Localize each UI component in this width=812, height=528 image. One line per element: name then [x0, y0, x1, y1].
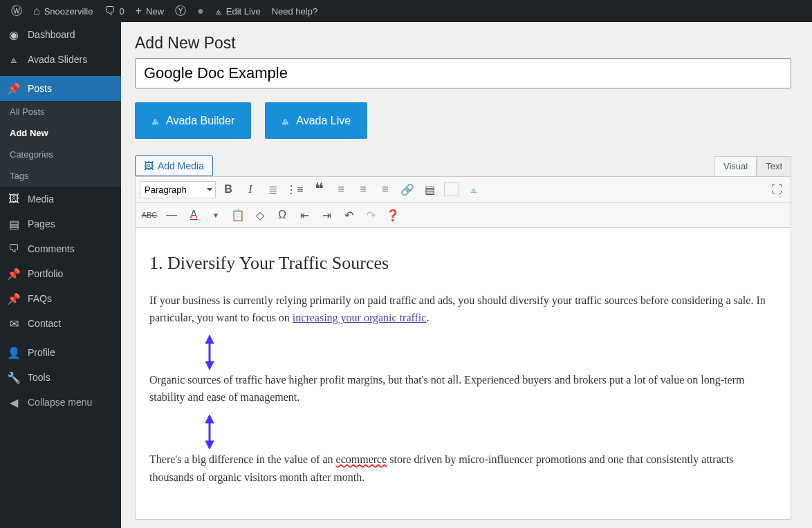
- sidebar-sub-all-posts[interactable]: All Posts: [0, 101, 121, 122]
- avada-element-button[interactable]: ⟁: [464, 180, 483, 199]
- blockquote-button[interactable]: ❝: [307, 180, 326, 199]
- media-icon: 🖼: [7, 192, 21, 206]
- svg-marker-3: [205, 415, 214, 423]
- paste-text-button[interactable]: 📋: [228, 205, 248, 225]
- spacing-arrow-icon: [203, 335, 216, 370]
- site-name: Snoozerville: [44, 6, 93, 17]
- need-help-link[interactable]: Need help?: [266, 0, 324, 22]
- sidebar-item-tools[interactable]: 🔧Tools: [0, 365, 121, 390]
- builder-buttons-row: ⟁Avada Builder ⟁Avada Live: [135, 102, 791, 139]
- wrench-icon: 🔧: [7, 370, 21, 384]
- content-area: Add New Post ⟁Avada Builder ⟁Avada Live …: [121, 22, 805, 528]
- paragraph-3: There's a big difference in the value of…: [149, 451, 777, 486]
- page-title: Add New Post: [135, 28, 791, 58]
- undo-button[interactable]: ↶: [339, 205, 358, 225]
- number-list-button[interactable]: ⋮≡: [285, 180, 304, 199]
- editor-tabs: Visual Text: [714, 156, 791, 176]
- sidebar-item-portfolio[interactable]: 📌Portfolio: [0, 261, 121, 286]
- editor-body[interactable]: 1. Diversify Your Traffic Sources If you…: [135, 228, 791, 520]
- editor-top: 🖼Add Media Visual Text: [135, 155, 791, 176]
- sidebar-sub-categories[interactable]: Categories: [0, 144, 121, 165]
- organic-traffic-link[interactable]: increasing your organic traffic: [293, 312, 427, 323]
- hr-button[interactable]: —: [162, 205, 181, 225]
- help-button[interactable]: ❓: [383, 205, 403, 225]
- new-label: New: [146, 6, 164, 17]
- collapse-icon: ◀: [7, 395, 21, 409]
- sidebar-item-avada-sliders[interactable]: ⟁Avada Sliders: [0, 47, 121, 72]
- need-help-label: Need help?: [272, 6, 318, 17]
- italic-button[interactable]: I: [241, 180, 260, 199]
- pages-icon: ▤: [7, 217, 21, 231]
- site-name-link[interactable]: ⌂Snoozerville: [28, 0, 99, 22]
- text-color-button[interactable]: [442, 180, 461, 199]
- paragraph-select[interactable]: Paragraph: [140, 181, 216, 198]
- sidebar-item-profile[interactable]: 👤Profile: [0, 340, 121, 365]
- home-icon: ⌂: [33, 5, 40, 17]
- special-char-button[interactable]: Ω: [273, 205, 292, 225]
- align-left-button[interactable]: ≡: [331, 180, 351, 199]
- comment-icon: 🗨: [104, 5, 116, 17]
- user-icon: 👤: [7, 346, 21, 359]
- portfolio-icon: 📌: [7, 267, 21, 281]
- new-content-link[interactable]: +New: [130, 0, 169, 22]
- yoast-icon: Ⓨ: [175, 4, 186, 19]
- admin-sidebar: ◉Dashboard ⟁Avada Sliders 📌Posts All Pos…: [0, 22, 121, 528]
- faqs-icon: 📌: [7, 292, 21, 305]
- sidebar-item-posts[interactable]: 📌Posts: [0, 76, 121, 101]
- wordpress-icon: ⓦ: [11, 4, 22, 19]
- bullet-list-button[interactable]: ≣: [263, 180, 282, 199]
- comments-count: 0: [120, 6, 124, 17]
- avada-icon: ⟁: [215, 5, 222, 17]
- sidebar-item-media[interactable]: 🖼Media: [0, 187, 121, 211]
- sidebar-sub-tags[interactable]: Tags: [0, 165, 121, 187]
- media-icon: 🖼: [144, 160, 154, 171]
- chevron-down-icon[interactable]: ▼: [206, 205, 225, 225]
- avada-live-button[interactable]: ⟁Avada Live: [265, 102, 367, 139]
- paragraph-2: Organic sources of traffic have higher p…: [149, 371, 777, 406]
- text-color-button-2[interactable]: A: [184, 205, 203, 225]
- add-media-button[interactable]: 🖼Add Media: [135, 155, 213, 176]
- indent-button[interactable]: ⇥: [317, 205, 336, 225]
- comments-link[interactable]: 🗨0: [99, 0, 130, 22]
- wp-logo[interactable]: ⓦ: [6, 0, 28, 22]
- content-heading: 1. Diversify Your Traffic Sources: [149, 249, 777, 278]
- paragraph-1: If your business is currently relying pr…: [149, 292, 777, 327]
- yoast-link[interactable]: Ⓨ: [169, 0, 192, 22]
- comments-icon: 🗨: [7, 242, 21, 256]
- avada-icon: ⟁: [7, 53, 21, 66]
- sidebar-sub-add-new[interactable]: Add New: [0, 122, 121, 144]
- tab-text[interactable]: Text: [757, 156, 791, 176]
- align-right-button[interactable]: ≡: [376, 180, 395, 199]
- sidebar-item-comments[interactable]: 🗨Comments: [0, 236, 121, 261]
- sidebar-collapse[interactable]: ◀Collapse menu: [0, 390, 121, 415]
- sidebar-item-contact[interactable]: ✉Contact: [0, 311, 121, 336]
- sidebar-item-dashboard[interactable]: ◉Dashboard: [0, 22, 121, 47]
- svg-marker-2: [205, 361, 214, 370]
- color-swatch-icon: [444, 182, 459, 196]
- svg-marker-5: [205, 441, 214, 449]
- plus-icon: +: [136, 5, 142, 17]
- spelling-underline: ecommerce: [336, 453, 387, 465]
- sidebar-item-faqs[interactable]: 📌FAQs: [0, 286, 121, 311]
- outdent-button[interactable]: ⇤: [295, 205, 314, 225]
- editor-toolbar-row2: ABC — A ▼ 📋 ◇ Ω ⇤ ⇥ ↶ ↷ ❓: [135, 202, 791, 228]
- circle-icon: ●: [197, 5, 204, 17]
- spacing-arrow-icon: [203, 415, 216, 449]
- align-center-button[interactable]: ≡: [353, 180, 373, 199]
- read-more-button[interactable]: ▤: [420, 180, 439, 199]
- pin-icon: 📌: [7, 82, 21, 95]
- avada-builder-button[interactable]: ⟁Avada Builder: [135, 102, 251, 139]
- redo-button[interactable]: ↷: [361, 205, 380, 225]
- bold-button[interactable]: B: [219, 180, 238, 199]
- tab-visual[interactable]: Visual: [714, 156, 757, 176]
- sidebar-item-pages[interactable]: ▤Pages: [0, 211, 121, 236]
- edit-live-link[interactable]: ⟁Edit Live: [210, 0, 266, 22]
- link-button[interactable]: 🔗: [398, 180, 417, 199]
- status-dot[interactable]: ●: [192, 0, 210, 22]
- clear-format-button[interactable]: ◇: [250, 205, 270, 225]
- avada-icon: ⟁: [151, 113, 159, 128]
- strikethrough-button[interactable]: ABC: [140, 205, 159, 225]
- fullscreen-button[interactable]: ⛶: [767, 180, 786, 199]
- post-title-input[interactable]: [135, 58, 791, 88]
- admin-bar: ⓦ ⌂Snoozerville 🗨0 +New Ⓨ ● ⟁Edit Live N…: [0, 0, 812, 22]
